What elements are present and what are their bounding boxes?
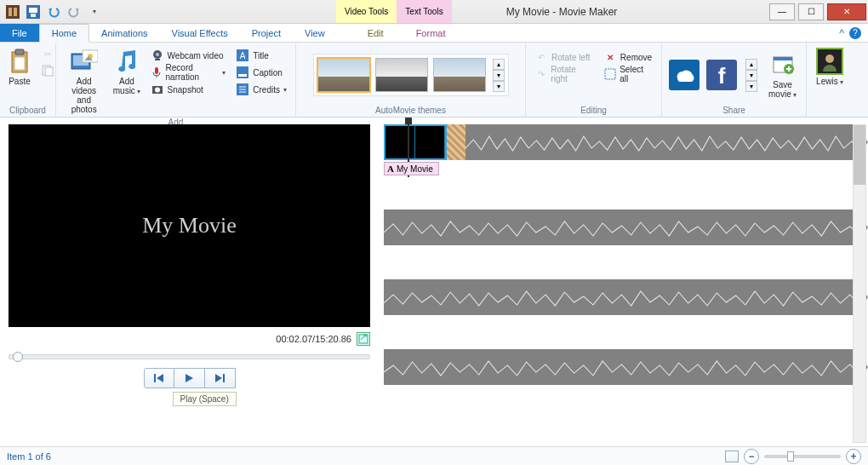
zoom-slider[interactable] [764, 455, 841, 458]
next-frame-button[interactable] [205, 368, 236, 388]
snapshot-button[interactable]: Snapshot [147, 81, 230, 98]
prev-frame-button[interactable] [144, 368, 174, 388]
ribbon: Paste ✂ Clipboard Add videos and photos … [0, 43, 868, 118]
rotate-right-button[interactable]: ↷Rotate right [531, 66, 597, 83]
add-videos-photos-button[interactable]: Add videos and photos [61, 45, 106, 117]
zoom-slider-thumb[interactable] [787, 451, 794, 462]
tab-project[interactable]: Project [240, 24, 293, 42]
help-icon[interactable]: ? [849, 27, 861, 39]
share-down-button[interactable]: ▾ [745, 70, 757, 81]
tab-format[interactable]: Format [404, 24, 458, 42]
webcam-video-button[interactable]: Webcam video [147, 47, 230, 64]
group-editing: ↶Rotate left ↷Rotate right ✕Remove Selec… [526, 43, 662, 117]
timeline-row-1[interactable]: A My Movie [384, 124, 859, 175]
preview-scrubber[interactable] [9, 354, 370, 359]
window-title: My Movie - Movie Maker [506, 6, 618, 18]
theme-thumb-2[interactable] [375, 58, 428, 92]
theme-thumb-1[interactable] [317, 58, 370, 92]
text-tools-tab-header: Text Tools [397, 0, 451, 23]
window-controls: — ☐ ✕ [768, 2, 868, 22]
themes-gallery: ▴ ▾ ▾ [313, 54, 509, 96]
snapshot-icon [151, 83, 164, 96]
group-editing-label: Editing [531, 105, 656, 116]
redo-icon[interactable] [65, 3, 83, 21]
preview-video[interactable]: My Movie [9, 124, 370, 327]
svg-rect-4 [29, 8, 37, 13]
fullscreen-button[interactable] [357, 332, 370, 346]
credits-button[interactable]: Credits [232, 81, 290, 98]
preview-pane: My Movie 00:02.07/15:20.86 Play (Space) [0, 118, 379, 446]
zoom-in-button[interactable]: + [846, 449, 861, 464]
share-up-button[interactable]: ▴ [745, 59, 757, 70]
app-icon[interactable] [3, 3, 22, 21]
quick-access-toolbar: ▾ [0, 3, 107, 21]
tab-visual-effects[interactable]: Visual Effects [160, 24, 240, 42]
record-narration-button[interactable]: Record narration [147, 64, 230, 81]
audio-waveform-3[interactable] [384, 279, 859, 315]
minimize-button[interactable]: — [769, 3, 795, 20]
scrubber-thumb[interactable] [13, 352, 23, 362]
qat-customize-icon[interactable]: ▾ [85, 3, 104, 21]
title-clip[interactable]: A My Movie [384, 162, 439, 175]
svg-point-36 [825, 55, 834, 63]
audio-waveform-4[interactable] [384, 349, 859, 385]
scrollbar-thumb[interactable] [854, 125, 865, 185]
add-videos-icon [71, 48, 98, 75]
signin-button[interactable]: Lewis [812, 45, 848, 89]
maximize-button[interactable]: ☐ [798, 3, 824, 20]
paste-label: Paste [9, 77, 31, 86]
save-movie-button[interactable]: Save movie [764, 49, 801, 102]
undo-icon[interactable] [44, 3, 63, 21]
add-music-label: Add music [113, 77, 140, 96]
caption-button[interactable]: Caption [232, 64, 290, 81]
group-signin: Lewis [807, 43, 853, 117]
zoom-out-button[interactable]: − [744, 449, 759, 464]
title-button[interactable]: ATitle [232, 47, 290, 64]
timeline-row-3[interactable] [384, 279, 859, 315]
thumbnail-size-button[interactable] [725, 451, 739, 462]
copy-button[interactable] [37, 62, 58, 79]
theme-thumb-3[interactable] [433, 58, 486, 92]
gallery-up-button[interactable]: ▴ [493, 59, 505, 70]
tab-edit[interactable]: Edit [356, 24, 396, 42]
timeline-scrollbar[interactable] [853, 124, 866, 443]
selected-clip[interactable] [384, 124, 447, 160]
gallery-down-button[interactable]: ▾ [493, 70, 505, 81]
gallery-more-button[interactable]: ▾ [493, 81, 505, 92]
close-button[interactable]: ✕ [827, 3, 866, 20]
title-clip-icon: A [387, 164, 394, 174]
play-button[interactable] [174, 368, 205, 388]
audio-waveform-2[interactable] [384, 210, 859, 245]
tab-home[interactable]: Home [39, 24, 89, 43]
group-automovie-themes: ▴ ▾ ▾ AutoMovie themes [296, 43, 526, 117]
webcam-icon [151, 49, 164, 62]
rotate-right-icon: ↷ [534, 67, 547, 81]
save-icon[interactable] [24, 3, 43, 21]
tab-view[interactable]: View [293, 24, 337, 42]
paste-button[interactable]: Paste [5, 45, 34, 89]
title-icon: A [236, 49, 249, 62]
copy-icon [41, 64, 54, 78]
remove-button[interactable]: ✕Remove [600, 49, 656, 66]
rotate-left-button[interactable]: ↶Rotate left [531, 49, 597, 66]
paste-icon [6, 48, 33, 75]
svg-point-21 [155, 88, 160, 93]
svg-rect-2 [14, 8, 17, 16]
audio-waveform-1[interactable] [465, 124, 859, 160]
share-more-button[interactable]: ▾ [745, 81, 757, 92]
svg-text:A: A [240, 51, 246, 60]
add-music-button[interactable]: Add music [110, 45, 143, 99]
clip-thumb[interactable] [447, 124, 465, 160]
svg-rect-5 [31, 14, 36, 17]
select-all-button[interactable]: Select all [600, 66, 656, 83]
tab-file[interactable]: File [0, 24, 39, 42]
remove-icon: ✕ [603, 50, 617, 64]
tab-animations[interactable]: Animations [89, 24, 159, 42]
timeline-row-4[interactable] [384, 349, 859, 385]
share-skydrive-button[interactable] [667, 58, 701, 92]
timeline-row-2[interactable] [384, 210, 859, 245]
ribbon-minimize-icon[interactable]: ^ [839, 27, 844, 39]
preview-title-text: My Movie [142, 213, 237, 238]
share-facebook-button[interactable]: f [705, 58, 739, 92]
cut-button[interactable]: ✂ [37, 45, 58, 62]
